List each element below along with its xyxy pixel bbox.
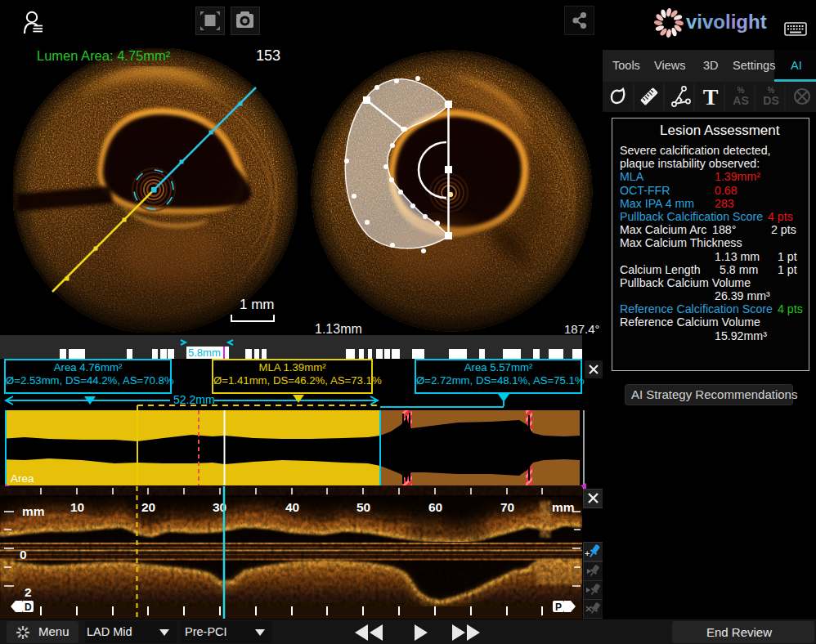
svg-text:AS: AS xyxy=(733,94,748,107)
svg-text:0: 0 xyxy=(20,548,27,561)
svg-text:5.8mm: 5.8mm xyxy=(188,347,221,359)
svg-text:mm: mm xyxy=(552,500,575,514)
svg-text:Area: Area xyxy=(11,472,34,485)
svg-text:mm: mm xyxy=(22,504,45,518)
svg-text:T: T xyxy=(703,84,719,110)
svg-text:D: D xyxy=(25,602,32,613)
svg-text:vivolight: vivolight xyxy=(686,12,767,33)
svg-text:20: 20 xyxy=(141,500,155,514)
svg-text:2: 2 xyxy=(25,585,32,599)
svg-text:70: 70 xyxy=(500,500,514,514)
svg-text:40: 40 xyxy=(285,500,299,514)
svg-text:60: 60 xyxy=(428,500,442,514)
svg-text:52.2mm: 52.2mm xyxy=(173,393,215,406)
svg-text:10: 10 xyxy=(70,500,84,514)
svg-text:DS: DS xyxy=(763,94,778,107)
svg-text:+: + xyxy=(585,548,590,558)
svg-text:50: 50 xyxy=(356,500,370,514)
svg-text:P: P xyxy=(555,602,562,613)
